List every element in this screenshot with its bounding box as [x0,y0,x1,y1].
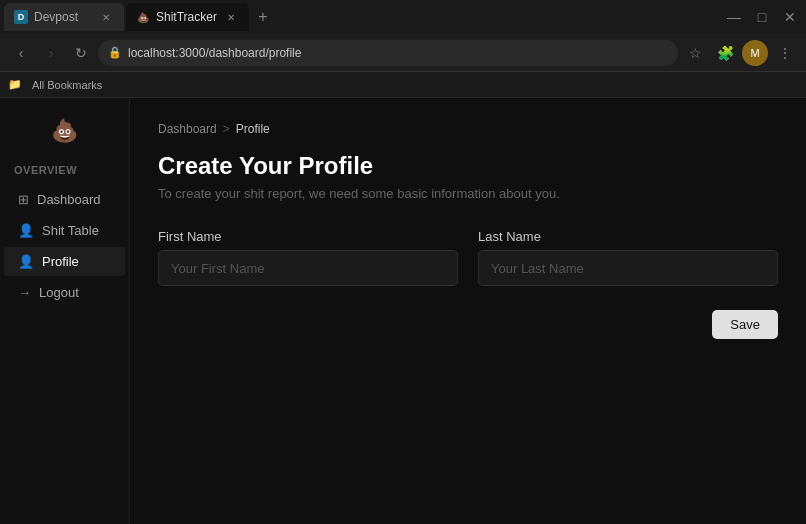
tab-close-devpost[interactable]: ✕ [98,9,114,25]
sidebar: 💩 Overview ⊞ Dashboard 👤 Shit Table 👤 Pr… [0,98,130,524]
first-name-field: First Name [158,229,458,286]
tab-bar: D Devpost ✕ 💩 ShitTracker ✕ + — □ ✕ [0,0,806,34]
profile-icon: 👤 [18,254,34,269]
shit-table-icon: 👤 [18,223,34,238]
sidebar-item-dashboard[interactable]: ⊞ Dashboard [4,185,125,214]
sidebar-item-profile[interactable]: 👤 Profile [4,247,125,276]
menu-button[interactable]: ⋮ [772,40,798,66]
sidebar-item-shit-table[interactable]: 👤 Shit Table [4,216,125,245]
address-text: localhost:3000/dashboard/profile [128,46,301,60]
extensions-button[interactable]: 🧩 [712,40,738,66]
app-logo-icon: 💩 [51,118,78,144]
sidebar-logo: 💩 [0,110,129,160]
first-name-input[interactable] [158,250,458,286]
app-container: 💩 Overview ⊞ Dashboard 👤 Shit Table 👤 Pr… [0,98,806,524]
tab-close-shittracker[interactable]: ✕ [223,9,239,25]
bookmarks-label[interactable]: All Bookmarks [26,75,108,95]
profile-form: First Name Last Name Save [158,229,778,339]
sidebar-profile-label: Profile [42,254,79,269]
new-tab-button[interactable]: + [251,5,275,29]
main-content: Dashboard > Profile Create Your Profile … [130,98,806,524]
dashboard-icon: ⊞ [18,192,29,207]
last-name-input[interactable] [478,250,778,286]
tab-favicon-shittracker: 💩 [136,10,150,24]
tab-favicon-devpost: D [14,10,28,24]
sidebar-dashboard-label: Dashboard [37,192,101,207]
sidebar-item-logout[interactable]: → Logout [4,278,125,307]
save-button[interactable]: Save [712,310,778,339]
page-subtitle: To create your shit report, we need some… [158,186,778,201]
bookmark-star-button[interactable]: ☆ [682,40,708,66]
lock-icon: 🔒 [108,46,122,59]
logout-icon: → [18,285,31,300]
sidebar-logout-label: Logout [39,285,79,300]
sidebar-shit-table-label: Shit Table [42,223,99,238]
first-name-label: First Name [158,229,458,244]
browser-chrome: D Devpost ✕ 💩 ShitTracker ✕ + — □ ✕ ‹ › … [0,0,806,98]
breadcrumb: Dashboard > Profile [158,122,778,136]
last-name-label: Last Name [478,229,778,244]
reload-button[interactable]: ↻ [68,40,94,66]
tab-bar-minimize[interactable]: — [722,5,746,29]
tab-title-shittracker: ShitTracker [156,10,217,24]
bookmarks-bar: 📁 All Bookmarks [0,72,806,98]
forward-button[interactable]: › [38,40,64,66]
breadcrumb-current: Profile [236,122,270,136]
nav-bar: ‹ › ↻ 🔒 localhost:3000/dashboard/profile… [0,34,806,72]
tab-title-devpost: Devpost [34,10,92,24]
breadcrumb-parent[interactable]: Dashboard [158,122,217,136]
tab-devpost[interactable]: D Devpost ✕ [4,3,124,31]
bookmarks-folder-icon: 📁 [8,78,22,91]
breadcrumb-separator: > [223,122,230,136]
page-title: Create Your Profile [158,152,778,180]
last-name-field: Last Name [478,229,778,286]
address-bar[interactable]: 🔒 localhost:3000/dashboard/profile [98,40,678,66]
form-actions: Save [158,310,778,339]
profile-button[interactable]: M [742,40,768,66]
back-button[interactable]: ‹ [8,40,34,66]
sidebar-overview-label: Overview [0,160,129,184]
form-row: First Name Last Name [158,229,778,286]
tab-bar-maximize[interactable]: □ [750,5,774,29]
tab-bar-close[interactable]: ✕ [778,5,802,29]
tab-shittracker[interactable]: 💩 ShitTracker ✕ [126,3,249,31]
